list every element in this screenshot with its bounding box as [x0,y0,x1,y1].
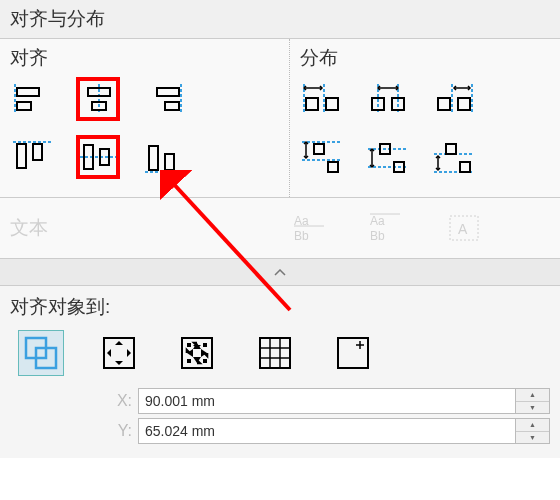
svg-rect-33 [328,162,338,172]
svg-text:A: A [458,221,468,237]
svg-rect-41 [460,162,470,172]
x-spinner-up[interactable]: ▲ [516,389,549,402]
svg-text:Bb: Bb [294,229,309,243]
svg-rect-8 [165,102,179,110]
svg-rect-64 [338,338,368,368]
svg-rect-1 [17,88,39,96]
svg-rect-29 [458,98,470,110]
align-section: 对齐 [0,39,290,197]
text-align-top-button[interactable]: AaBb [366,206,410,250]
distribute-right-button[interactable] [432,77,476,121]
y-coord-input[interactable] [138,418,516,444]
align-top-button[interactable] [10,135,54,179]
align-center-vertical-button[interactable] [76,135,120,179]
align-left-button[interactable] [10,77,54,121]
distribute-left-button[interactable] [300,77,344,121]
svg-rect-2 [17,102,31,110]
svg-rect-28 [438,98,450,110]
distribute-center-v-button[interactable] [366,135,410,179]
svg-rect-7 [157,88,179,96]
y-spinner-up[interactable]: ▲ [516,419,549,432]
text-align-baseline-button[interactable]: AaBb [290,206,334,250]
align-bottom-button[interactable] [142,135,186,179]
svg-rect-17 [165,154,174,170]
svg-rect-21 [326,98,338,110]
target-active-objects-button[interactable] [18,330,64,376]
align-center-horizontal-button[interactable] [76,77,120,121]
svg-rect-11 [33,144,42,160]
x-spinner[interactable]: ▲▼ [516,388,550,414]
svg-rect-59 [260,338,290,368]
target-specified-point-button[interactable] [330,330,376,376]
panel-title: 对齐与分布 [0,0,560,39]
y-spinner[interactable]: ▲▼ [516,418,550,444]
distribute-center-h-button[interactable] [366,77,410,121]
distribute-section: 分布 [290,39,560,197]
target-grid-button[interactable] [252,330,298,376]
svg-rect-32 [314,144,324,154]
distribute-section-title: 分布 [300,45,560,71]
svg-rect-20 [306,98,318,110]
align-section-title: 对齐 [10,45,289,71]
target-page-edge-button[interactable] [96,330,142,376]
align-right-button[interactable] [142,77,186,121]
target-page-center-button[interactable] [174,330,220,376]
svg-text:Bb: Bb [370,229,385,243]
text-align-row: 文本 AaBb AaBb A [0,198,560,259]
svg-rect-10 [17,144,26,168]
distribute-bottom-button[interactable] [432,135,476,179]
y-spinner-down[interactable]: ▼ [516,432,549,444]
y-coord-label: Y: [110,422,138,440]
collapse-toggle[interactable] [0,259,560,286]
text-align-bounds-button[interactable]: A [442,206,486,250]
svg-rect-40 [446,144,456,154]
text-section-label: 文本 [10,215,290,241]
target-section-label: 对齐对象到: [10,294,550,320]
x-spinner-down[interactable]: ▼ [516,402,549,414]
x-coord-label: X: [110,392,138,410]
svg-rect-16 [149,146,158,170]
distribute-top-button[interactable] [300,135,344,179]
x-coord-input[interactable] [138,388,516,414]
svg-text:Aa: Aa [370,214,385,228]
